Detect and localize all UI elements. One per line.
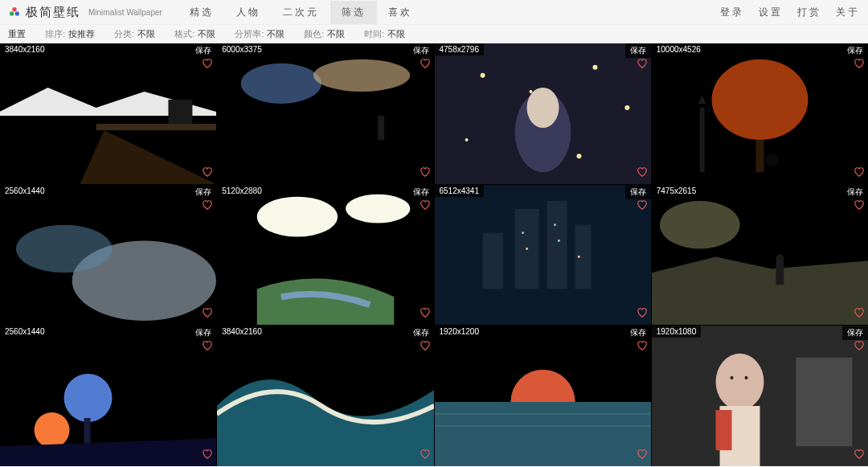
- header-link-0[interactable]: 登录: [720, 6, 744, 19]
- filter-item-6[interactable]: 时间:不限: [364, 28, 405, 40]
- wallpaper-thumb: [652, 326, 868, 466]
- wallpaper-thumb: [435, 43, 651, 184]
- heart-icon[interactable]: [202, 340, 213, 354]
- save-button[interactable]: 保存: [190, 185, 216, 199]
- nav-tabs: 精选人物二次元筛选喜欢: [178, 1, 424, 24]
- heart-icon[interactable]: [854, 58, 865, 72]
- save-button[interactable]: 保存: [842, 43, 868, 58]
- filter-item-0[interactable]: 重置: [8, 28, 26, 40]
- resolution-badge: 3840x2160: [0, 43, 50, 55]
- logo-area[interactable]: 极简壁纸 Minimalist Wallpaper: [8, 5, 162, 20]
- wallpaper-thumb: [217, 326, 433, 466]
- nav-tab-1[interactable]: 人物: [225, 1, 272, 24]
- save-button[interactable]: 保存: [625, 326, 651, 340]
- save-button[interactable]: 保存: [842, 326, 868, 340]
- resolution-badge: 2560x1440: [0, 185, 50, 197]
- heart-icon[interactable]: [202, 307, 213, 322]
- wallpaper-thumb: [0, 43, 216, 184]
- resolution-badge: 10000x4526: [652, 43, 706, 55]
- filter-item-2[interactable]: 分类:不限: [114, 28, 155, 40]
- heart-icon[interactable]: [420, 199, 431, 214]
- heart-icon[interactable]: [854, 199, 865, 214]
- site-subtitle: Minimalist Wallpaper: [88, 8, 162, 17]
- heart-icon[interactable]: [202, 166, 213, 181]
- save-button[interactable]: 保存: [190, 326, 216, 340]
- resolution-badge: 2560x1440: [0, 326, 50, 338]
- resolution-badge: 1920x1200: [435, 326, 485, 338]
- wallpaper-thumb: [217, 43, 433, 184]
- wallpaper-cell[interactable]: 3840x2160保存: [217, 326, 433, 466]
- wallpaper-cell[interactable]: 3840x2160保存: [0, 43, 216, 184]
- save-button[interactable]: 保存: [408, 43, 434, 58]
- wallpaper-thumb: [652, 185, 868, 326]
- wallpaper-cell[interactable]: 6000x3375保存: [217, 43, 433, 184]
- filter-item-5[interactable]: 颜色:不限: [304, 28, 345, 40]
- wallpaper-cell[interactable]: 2560x1440保存: [0, 185, 216, 326]
- resolution-badge: 5120x2880: [217, 185, 267, 197]
- nav-tab-4[interactable]: 喜欢: [377, 1, 424, 24]
- save-button[interactable]: 保存: [842, 185, 868, 199]
- svg-point-2: [15, 11, 19, 15]
- filter-item-3[interactable]: 格式:不限: [174, 28, 215, 40]
- heart-icon[interactable]: [637, 307, 648, 322]
- header-link-2[interactable]: 打赏: [797, 6, 821, 19]
- resolution-badge: 7475x2615: [652, 185, 702, 197]
- resolution-badge: 6512x4341: [435, 185, 485, 197]
- wallpaper-thumb: [652, 43, 868, 184]
- wallpaper-grid: 3840x2160保存6000x3375保存4758x2796保存10000x4…: [0, 43, 868, 466]
- heart-icon[interactable]: [202, 199, 213, 214]
- heart-icon[interactable]: [637, 166, 648, 181]
- resolution-badge: 4758x2796: [435, 43, 485, 55]
- nav-tab-3[interactable]: 筛选: [330, 1, 377, 24]
- nav-tab-0[interactable]: 精选: [178, 1, 225, 24]
- heart-icon[interactable]: [202, 449, 213, 463]
- heart-icon[interactable]: [420, 449, 431, 463]
- heart-icon[interactable]: [420, 58, 431, 72]
- resolution-badge: 1920x1080: [652, 326, 702, 338]
- wallpaper-thumb: [435, 326, 651, 466]
- logo-icon: [8, 6, 21, 18]
- resolution-badge: 3840x2160: [217, 326, 267, 338]
- header-link-3[interactable]: 关于: [836, 6, 860, 19]
- wallpaper-cell[interactable]: 7475x2615保存: [652, 185, 868, 326]
- wallpaper-cell[interactable]: 5120x2880保存: [217, 185, 433, 326]
- heart-icon[interactable]: [202, 58, 213, 72]
- save-button[interactable]: 保存: [408, 326, 434, 340]
- header-right-links: 登录设置打赏关于: [720, 6, 860, 19]
- heart-icon[interactable]: [637, 449, 648, 463]
- heart-icon[interactable]: [637, 58, 648, 72]
- save-button[interactable]: 保存: [625, 43, 651, 58]
- heart-icon[interactable]: [420, 307, 431, 322]
- filter-item-4[interactable]: 分辨率:不限: [235, 28, 285, 40]
- heart-icon[interactable]: [854, 340, 865, 354]
- filter-bar: 重置排序:按推荐分类:不限格式:不限分辨率:不限颜色:不限时间:不限: [0, 24, 868, 43]
- site-title: 极简壁纸: [26, 5, 80, 20]
- wallpaper-cell[interactable]: 4758x2796保存: [435, 43, 651, 184]
- heart-icon[interactable]: [854, 166, 865, 181]
- save-button[interactable]: 保存: [190, 43, 216, 58]
- heart-icon[interactable]: [637, 199, 648, 214]
- wallpaper-thumb: [217, 185, 433, 326]
- heart-icon[interactable]: [637, 340, 648, 354]
- wallpaper-cell[interactable]: 10000x4526保存: [652, 43, 868, 184]
- wallpaper-cell[interactable]: 1920x1200保存: [435, 326, 651, 466]
- heart-icon[interactable]: [854, 307, 865, 322]
- heart-icon[interactable]: [420, 166, 431, 181]
- wallpaper-thumb: [435, 185, 651, 326]
- wallpaper-cell[interactable]: 1920x1080保存: [652, 326, 868, 466]
- wallpaper-cell[interactable]: 2560x1440保存: [0, 326, 216, 466]
- save-button[interactable]: 保存: [408, 185, 434, 199]
- resolution-badge: 6000x3375: [217, 43, 267, 55]
- header-bar: 极简壁纸 Minimalist Wallpaper 精选人物二次元筛选喜欢 登录…: [0, 0, 868, 24]
- save-button[interactable]: 保存: [625, 185, 651, 199]
- wallpaper-cell[interactable]: 6512x4341保存: [435, 185, 651, 326]
- wallpaper-thumb: [0, 326, 216, 466]
- filter-item-1[interactable]: 排序:按推荐: [45, 28, 95, 40]
- nav-tab-2[interactable]: 二次元: [272, 1, 330, 24]
- svg-point-0: [12, 7, 16, 11]
- header-link-1[interactable]: 设置: [759, 6, 783, 19]
- heart-icon[interactable]: [854, 449, 865, 463]
- heart-icon[interactable]: [420, 340, 431, 354]
- svg-point-1: [10, 11, 14, 15]
- wallpaper-thumb: [0, 185, 216, 326]
